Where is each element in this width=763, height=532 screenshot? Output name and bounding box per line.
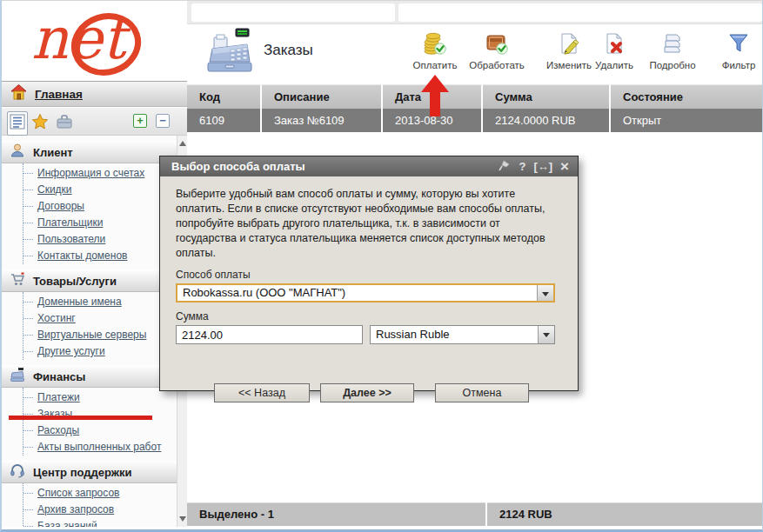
process-button-label: Обработать [462,60,532,70]
page-title: Заказы [264,42,313,59]
sidebar-home-bar[interactable]: Главная [2,81,187,107]
finance-items: Платежи Заказы Расходы Акты выполненных … [23,388,177,456]
pay-button-label: Оплатить [400,60,470,70]
application-window: net [0,0,763,532]
collapse-all-button[interactable]: − [156,114,170,128]
cell-status: Открыт [611,109,763,133]
column-header-code[interactable]: Код [187,84,262,109]
tree-view-icon[interactable] [7,111,28,136]
sidebar-item-discounts[interactable]: Скидки [23,182,177,198]
sidebar-item-virtual-servers[interactable]: Виртуальные серверы [23,327,177,343]
filter-button[interactable]: Фильтр [704,31,763,70]
sidebar-item-contracts[interactable]: Договоры [23,198,177,215]
next-button[interactable]: Далее >> [320,383,414,402]
column-header-amount[interactable]: Сумма [483,84,611,109]
sidebar-item-domain-contacts[interactable]: Контакты доменов [23,248,177,264]
cash-register-icon [206,27,253,79]
briefcase-icon[interactable] [56,113,73,134]
annotation-arrow-pay [421,75,449,116]
dialog-buttons: << Назад Далее >> Отмена [160,383,579,402]
currency-value: Russian Ruble [376,328,450,341]
details-button[interactable]: Подробно [638,31,707,70]
orders-table-header: Код Описание Дата Сумма Состояние [187,84,763,109]
scroll-down-icon[interactable] [179,516,186,522]
home-icon [10,83,28,104]
top-strip-box-left [191,3,395,22]
expand-all-button[interactable]: + [133,114,147,128]
sidebar-icon-bar: + − [2,108,187,136]
pin-icon[interactable] [499,160,511,174]
sidebar-item-users[interactable]: Пользователи [23,231,177,248]
payment-method-value: Robokassa.ru (ООО "МАГНАТ") [183,286,345,299]
sidebar-item-payments[interactable]: Платежи [23,389,177,406]
sidebar-item-domain-names[interactable]: Доменные имена [23,294,177,310]
sidebar-item-hosting[interactable]: Хостинг [23,310,177,327]
payment-method-dialog: Выбор способа оплаты ? [↔] × Выберите уд… [159,156,579,391]
sidebar-item-request-list[interactable]: Список запросов [23,485,177,502]
chevron-down-icon[interactable] [538,326,554,343]
header: Заказы Оплатить [187,24,763,81]
client-person-icon [9,143,26,162]
sidebar-item-other-services[interactable]: Другие услуги [23,343,177,360]
dialog-description: Выберите удобный вам способ оплаты и сум… [176,187,564,261]
cell-code: 6109 [187,109,262,133]
finance-register-icon [9,367,26,386]
sidebar-item-expenses[interactable]: Расходы [23,422,177,439]
scroll-up-icon[interactable] [179,141,186,146]
favorites-star-icon[interactable] [31,113,49,134]
section-products[interactable]: Товары/Услуги [2,269,177,292]
column-header-status[interactable]: Состояние [611,84,763,109]
table-row-selected[interactable]: 6109 Заказ №6109 2013-08-30 2124.0000 RU… [187,109,763,133]
currency-select[interactable]: Russian Ruble [370,325,555,344]
details-pages-icon [660,31,685,56]
top-strip-box-right [398,3,762,22]
payment-method-label: Способ оплаты [176,269,562,281]
logo-panel: net [2,1,187,81]
sidebar-item-account-info[interactable]: Информация о счетах [23,165,177,182]
net-logo: net [26,4,174,77]
amount-input[interactable] [176,325,363,344]
top-strip [187,1,763,24]
sidebar-item-work-acts[interactable]: Акты выполненных работ [23,439,177,456]
process-button[interactable]: Обработать [462,31,532,70]
column-header-description[interactable]: Описание [262,84,383,109]
dialog-titlebar[interactable]: Выбор способа оплаты ? [↔] × [160,156,578,176]
pay-coins-icon [423,31,447,56]
help-icon[interactable]: ? [519,161,525,173]
amount-label: Сумма [176,310,562,323]
cancel-button[interactable]: Отмена [435,383,529,402]
filter-funnel-icon [726,31,751,56]
close-icon[interactable]: × [560,161,569,173]
dialog-body: Выберите удобный вам способ оплаты и сум… [160,176,578,390]
chevron-down-icon[interactable] [537,285,553,301]
back-button[interactable]: << Назад [214,383,310,402]
headset-icon [9,462,26,482]
sidebar-navigation: Клиент Информация о счетах Скидки Догово… [2,136,177,527]
sidebar-item-knowledge-base[interactable]: База знаний [23,518,177,527]
cell-amount: 2124.0000 RUB [483,109,611,133]
products-items: Доменные имена Хостинг Виртуальные серве… [23,292,177,360]
cell-description: Заказ №6109 [262,109,383,133]
payment-method-select[interactable]: Robokassa.ru (ООО "МАГНАТ") [176,283,555,303]
sidebar-item-orders[interactable]: Заказы [23,406,177,422]
home-link[interactable]: Главная [35,88,83,101]
annotation-underline-orders [9,416,152,420]
resize-icon[interactable]: [↔] [533,161,552,173]
pay-button[interactable]: Оплатить [400,31,470,70]
status-bar: Выделено - 1 2124 RUB [187,502,763,526]
sidebar-item-payers[interactable]: Плательщики [23,215,177,231]
details-button-label: Подробно [638,60,707,70]
dialog-title: Выбор способа оплаты [171,160,499,173]
section-support[interactable]: Центр поддержки [2,461,177,483]
sidebar-item-request-archive[interactable]: Архив запросов [23,502,177,518]
edit-page-pencil-icon [557,31,581,56]
cart-icon [9,271,26,290]
selected-count: Выделено - 1 [187,502,485,526]
total-amount: 2124 RUB [487,502,763,526]
section-client[interactable]: Клиент [2,141,177,163]
section-finance[interactable]: Финансы [2,365,177,388]
delete-page-x-icon [602,31,626,56]
process-wallet-icon [485,31,509,56]
client-items: Информация о счетах Скидки Договоры Плат… [23,163,177,264]
support-items: Список запросов Архив запросов База знан… [23,483,177,527]
